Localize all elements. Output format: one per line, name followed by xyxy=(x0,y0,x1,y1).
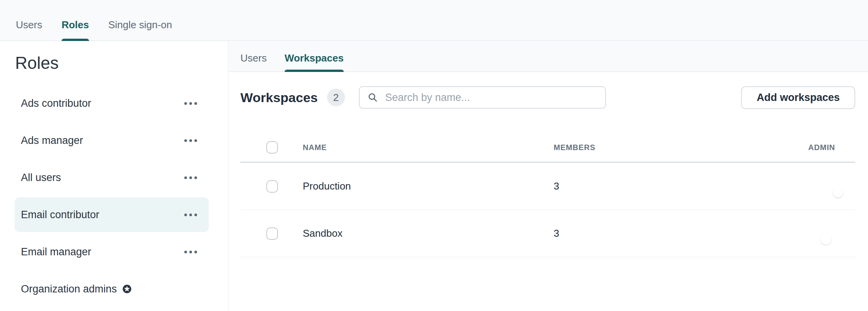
org-admins-star-icon xyxy=(122,284,132,294)
role-item-label: Ads contributor xyxy=(21,97,91,109)
row-checkbox[interactable] xyxy=(266,180,278,193)
tab-workspaces[interactable]: Workspaces xyxy=(285,41,344,72)
search-icon xyxy=(367,92,378,103)
role-list: Ads contributor Ads manager All users Em… xyxy=(0,86,228,306)
role-item-label: Email contributor xyxy=(21,209,99,221)
workspace-members-count: 3 xyxy=(554,227,774,239)
column-header-admin: ADMIN xyxy=(808,143,855,152)
row-checkbox[interactable] xyxy=(266,227,278,240)
nav-tab-roles[interactable]: Roles xyxy=(62,0,89,41)
workspace-name: Production xyxy=(303,180,554,192)
sidebar-title: Roles xyxy=(15,51,228,75)
table-row-production: Production 3 xyxy=(240,163,855,210)
role-item-ads-contributor[interactable]: Ads contributor xyxy=(15,86,209,121)
ellipsis-menu-icon[interactable] xyxy=(184,211,197,219)
table-row-sandbox: Sandbox 3 xyxy=(240,210,855,257)
workspaces-content: Workspaces 2 Add workspaces NAME MEMBERS xyxy=(229,72,868,257)
ellipsis-menu-icon[interactable] xyxy=(184,174,197,181)
content-header: Workspaces 2 Add workspaces xyxy=(240,86,855,109)
top-navigation: Users Roles Single sign-on xyxy=(0,0,868,41)
role-item-email-manager[interactable]: Email manager xyxy=(15,234,209,269)
add-workspaces-button[interactable]: Add workspaces xyxy=(741,86,855,109)
role-item-label: Email manager xyxy=(21,246,91,258)
roles-admin-screen: Users Roles Single sign-on Roles Ads con… xyxy=(0,0,868,311)
role-detail-tabs: Users Workspaces xyxy=(229,41,868,72)
page-title: Workspaces xyxy=(240,90,318,105)
role-item-label: All users xyxy=(21,172,61,184)
search-input[interactable] xyxy=(384,91,597,104)
toggle-knob xyxy=(821,234,831,245)
workspace-name: Sandbox xyxy=(303,227,554,239)
table-header-row: NAME MEMBERS ADMIN xyxy=(240,133,855,163)
role-item-ads-manager[interactable]: Ads manager xyxy=(15,123,209,158)
role-item-label: Ads manager xyxy=(21,135,83,147)
main-panel: Users Workspaces Workspaces 2 Add worksp… xyxy=(229,41,868,311)
nav-tab-single-sign-on[interactable]: Single sign-on xyxy=(108,0,172,41)
ellipsis-menu-icon[interactable] xyxy=(184,248,197,256)
workspace-members-count: 3 xyxy=(554,180,774,192)
toggle-knob xyxy=(833,187,843,198)
role-item-all-users[interactable]: All users xyxy=(15,160,209,195)
search-box[interactable] xyxy=(359,86,606,109)
workspaces-table: NAME MEMBERS ADMIN Production 3 xyxy=(240,133,855,257)
select-all-checkbox[interactable] xyxy=(266,141,278,154)
nav-tab-users[interactable]: Users xyxy=(16,0,42,41)
tab-users[interactable]: Users xyxy=(240,41,267,72)
workspace-count-badge: 2 xyxy=(327,89,345,106)
role-item-label: Organization admins xyxy=(21,283,117,295)
ellipsis-menu-icon[interactable] xyxy=(184,100,197,107)
ellipsis-menu-icon[interactable] xyxy=(184,137,197,144)
role-item-email-contributor[interactable]: Email contributor xyxy=(15,197,209,232)
roles-sidebar: Roles Ads contributor Ads manager All us… xyxy=(0,41,228,311)
column-header-name: NAME xyxy=(303,143,554,152)
role-item-organization-admins[interactable]: Organization admins xyxy=(15,272,209,306)
column-header-members: MEMBERS xyxy=(554,143,774,152)
